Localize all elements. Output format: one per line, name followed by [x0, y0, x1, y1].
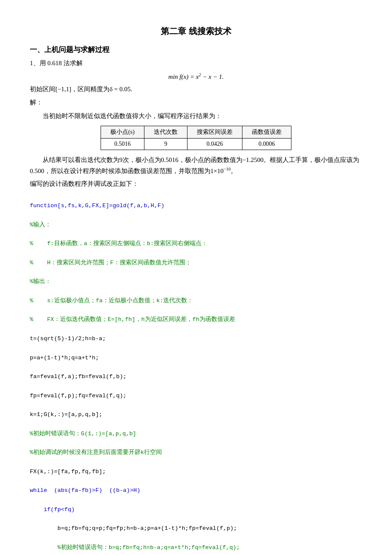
- table-cell-col4: 0.0006: [242, 139, 291, 150]
- result-table: 极小点(s) 迭代次数 搜索区间误差 函数值误差 0.5016 9 0.0426…: [101, 126, 291, 150]
- code-comment-err1: %初始时错误语句：G(1,:)=[a,p,q,b]: [30, 431, 136, 437]
- code-line-FX: FX(k,:)=[fa,fp,fq,fb];: [30, 468, 106, 475]
- table-header-col1: 极小点(s): [101, 126, 144, 139]
- section-heading: 一、上机问题与求解过程: [30, 45, 362, 55]
- code-line-p: p=a+(1-t)*h;q=a+t*h;: [30, 355, 99, 361]
- code-comment-s: % s:近似极小值点；fa：近似极小点数值；k:迭代次数：: [30, 298, 193, 304]
- code-line-while: while (abs(fa-fb)>F) ((b-a)>H): [30, 487, 140, 494]
- desc1: 当初始时不限制近似迭代函数值得大小，编写程序运行结果为：: [43, 111, 362, 122]
- table-row: 0.5016 9 0.0426 0.0006: [101, 139, 291, 150]
- code-comment-FX: % FX：近似迭代函数值；E=[h,fh]，h为近似区间误差，fh为函数值误差: [30, 316, 235, 323]
- table-header-col2: 迭代次数: [144, 126, 187, 139]
- table-cell-col1: 0.5016: [101, 139, 144, 150]
- code-comment-H: % H：搜索区间允许范围；F：搜索区间函数值允许范围；: [30, 260, 191, 266]
- table-header-col3: 搜索区间误差: [187, 126, 242, 139]
- table-cell-col2: 9: [144, 139, 187, 150]
- code-line-t: t=(sqrt(5)-1)/2;h=b-a;: [30, 335, 106, 342]
- solution-label: 解：: [30, 97, 362, 108]
- code-line-fa: fa=feval(f,a);fb=feval(f,b);: [30, 373, 127, 380]
- code-comment-f: % f:目标函数，a：搜索区间左侧端点：b:搜索区间右侧端点：: [30, 240, 208, 247]
- code-comment-err2: %初始时错误语句：b=q;fb=fq;h=b-a;q=a+t*h;fq=feva…: [30, 544, 240, 551]
- code-comment-input: %输入：: [30, 222, 51, 228]
- analysis2: 编写的设计函数程序并调试改正如下：: [30, 179, 362, 190]
- code-comment-err1b: %初始调试的时候没有注意到后面需要开辟k行空间: [30, 449, 162, 456]
- formula-block: min f(x) = x2 − x − 1.: [30, 72, 362, 81]
- problem-heading: 1、用 0.618 法求解: [30, 58, 362, 69]
- code-line1: function[s,fs,k,G,FX,E]=gold(f,a,b,H,F): [30, 202, 164, 209]
- analysis1: 从结果可以看出迭代次数为9次，极小点为0.5016，极小点的函数数值为−1.25…: [30, 154, 362, 177]
- table-cell-col3: 0.0426: [187, 139, 242, 150]
- code-section: function[s,fs,k,G,FX,E]=gold(f,a,b,H,F) …: [30, 192, 362, 555]
- table-header-col4: 函数值误差: [242, 126, 291, 139]
- code-comment-output: %输出：: [30, 278, 51, 285]
- code-line-b: b=q;fb=fq;q=p;fq=fp;h=b-a;p=a+(1-t)*h;fp…: [30, 525, 237, 532]
- page-title: 第二章 线搜索技术: [30, 26, 362, 37]
- initial-condition: 初始区间[−1,1]，区间精度为δ = 0.05.: [30, 84, 362, 95]
- code-line-fp: fp=feval(f,p);fq=feval(f,q);: [30, 393, 127, 399]
- code-line-if: if(fp<fq): [30, 506, 75, 513]
- code-line-k: k=1;G(k,:)=[a,p,q,b];: [30, 411, 102, 418]
